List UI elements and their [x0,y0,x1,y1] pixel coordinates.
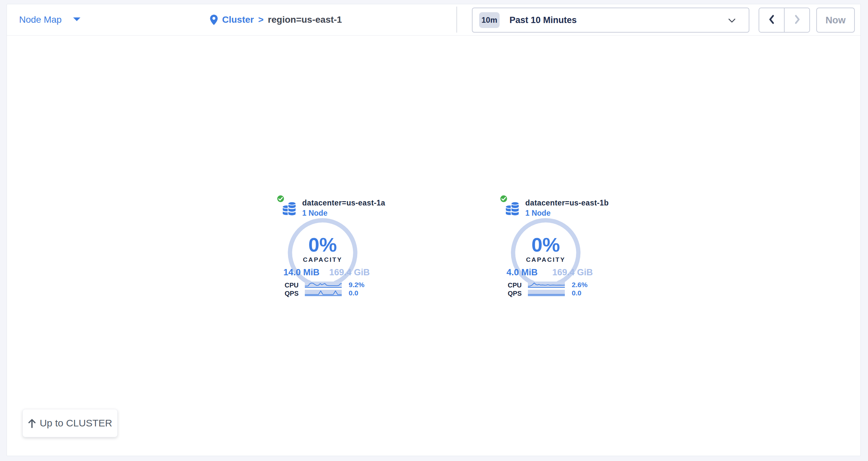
chevron-left-icon [768,14,775,26]
qps-label: QPS [497,290,522,297]
locality-title: datacenter=us-east-1b [525,199,609,207]
cpu-sparkline [305,282,342,288]
qps-sparkline [305,290,342,296]
locality-card-us-east-1a[interactable]: datacenter=us-east-1a 1 Node 0% CAPACITY… [274,194,376,302]
capacity-total: 169.4 GiB [552,267,593,277]
capacity-percentage: 0% [286,235,359,255]
qps-value: 0.0 [349,290,358,296]
header-vertical-divider [457,7,457,33]
node-map-page: Node Map Cluster > region=us-east-1 10m … [0,0,868,461]
node-map-panel [7,4,861,456]
status-ok-icon [499,194,508,204]
caret-down-icon [73,17,81,23]
arrow-up-icon [28,418,36,428]
chevron-down-icon [728,19,736,24]
capacity-percentage: 0% [509,235,582,255]
cpu-label: CPU [497,282,522,289]
locality-card-us-east-1b[interactable]: datacenter=us-east-1b 1 Node 0% CAPACITY… [497,194,599,302]
time-nav-group [758,7,810,33]
up-to-cluster-button[interactable]: Up to CLUSTER [23,409,118,437]
time-range-select[interactable]: 10m Past 10 Minutes [472,7,749,33]
capacity-values-row: 14.0 MiB 169.4 GiB [283,267,370,277]
now-button[interactable]: Now [816,7,855,33]
next-time-button[interactable] [784,8,809,32]
capacity-used: 14.0 MiB [283,267,320,277]
cpu-value: 2.6% [572,281,588,288]
view-selector[interactable]: Node Map [19,4,81,35]
locality-title: datacenter=us-east-1a [302,199,385,207]
locality-node-count: 1 Node [525,209,551,218]
view-selector-label: Node Map [19,14,62,25]
qps-value: 0.0 [572,290,581,296]
chevron-right-icon [794,14,801,26]
header-divider-line [7,35,861,36]
prev-time-button[interactable] [759,8,784,32]
breadcrumb-cluster-link[interactable]: Cluster [222,14,254,25]
capacity-total: 169.4 GiB [329,267,370,277]
qps-sparkline [528,290,565,296]
up-to-cluster-label: Up to CLUSTER [39,418,112,429]
locality-node-count: 1 Node [302,209,328,218]
capacity-caption: CAPACITY [286,256,359,263]
capacity-caption: CAPACITY [509,256,582,263]
breadcrumb-separator: > [258,14,263,25]
cpu-label: CPU [274,282,299,289]
cpu-sparkline [528,282,565,288]
location-pin-icon [210,14,218,25]
cpu-value: 9.2% [349,281,365,288]
breadcrumb-current: region=us-east-1 [268,14,342,25]
capacity-values-row: 4.0 MiB 169.4 GiB [506,267,593,277]
time-range-badge: 10m [479,12,500,28]
now-button-label: Now [826,15,845,26]
qps-label: QPS [274,290,299,297]
capacity-used: 4.0 MiB [506,267,538,277]
status-ok-icon [276,194,285,204]
breadcrumb: Cluster > region=us-east-1 [210,4,342,35]
time-range-label: Past 10 Minutes [509,15,577,25]
